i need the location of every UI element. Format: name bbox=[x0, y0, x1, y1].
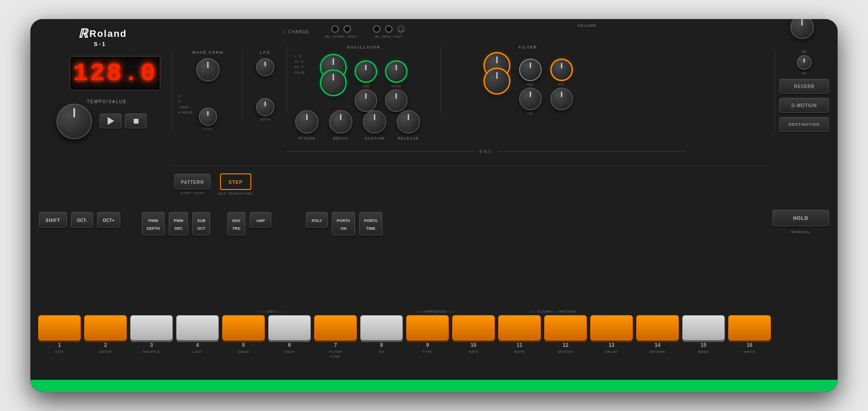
porta-on-button[interactable]: PORTA ON bbox=[332, 212, 355, 235]
step-btn-15[interactable] bbox=[682, 315, 725, 340]
stop-button[interactable] bbox=[125, 114, 147, 128]
osc-noise-label: NOISE bbox=[391, 85, 401, 88]
volume-knob[interactable] bbox=[790, 19, 814, 39]
destination-button[interactable]: DESTINATION bbox=[779, 117, 829, 132]
key-transpose-label: KEY TRANSPOSE bbox=[218, 192, 253, 196]
lfo-depth-knob[interactable] bbox=[256, 98, 274, 116]
step-btn-2[interactable] bbox=[84, 315, 127, 340]
tune-knob-container: TUNE bbox=[199, 108, 217, 130]
sync-jacks bbox=[331, 25, 351, 33]
osc-pitch-container bbox=[320, 54, 347, 112]
step-button[interactable]: STEP bbox=[220, 173, 252, 190]
tempo-knob[interactable] bbox=[56, 104, 92, 139]
step-label-9: TYPE bbox=[406, 350, 449, 359]
pwm-depth-btn-group: PWM DEPTH bbox=[142, 212, 165, 235]
step-label-15: MENU bbox=[682, 350, 725, 359]
pwm-src-label: PWM SRC bbox=[174, 219, 183, 231]
osc-sub-label: SUB bbox=[363, 85, 369, 88]
env-label-bar: ENV bbox=[286, 149, 686, 154]
sub-oct-button[interactable]: SUB OCT bbox=[192, 212, 210, 235]
step-number-6: 6 bbox=[268, 342, 311, 348]
env-line-right bbox=[498, 151, 686, 152]
shift-button[interactable]: SHIFT bbox=[39, 212, 67, 228]
filter-sub-knob[interactable] bbox=[550, 88, 573, 110]
synth-face: CHARGE IN—SYNC—OUT 🎧 IN—M bbox=[30, 19, 838, 380]
pwm-depth-button[interactable]: PWM DEPTH bbox=[142, 212, 165, 235]
release-knob[interactable] bbox=[397, 110, 420, 134]
osc-noise-knob[interactable] bbox=[385, 60, 408, 83]
step-number-2: 2 bbox=[84, 342, 127, 348]
sync-jack-in bbox=[331, 25, 339, 33]
step-btn-3[interactable] bbox=[130, 315, 173, 340]
waveform-section: WAVE FORM TUNE ∿ ⊓ ~ RND ≋ NOISE bbox=[171, 50, 239, 130]
headphone-jack: 🎧 bbox=[397, 25, 405, 33]
porta-time-button[interactable]: PORTA TIME bbox=[359, 212, 382, 235]
env-right-knob[interactable] bbox=[797, 55, 812, 70]
step-label-2: ENTER bbox=[84, 350, 127, 359]
decay-knob[interactable] bbox=[329, 110, 352, 134]
model-name: S-1 bbox=[94, 41, 127, 47]
step-btn-16[interactable] bbox=[728, 315, 771, 340]
step-btn-11[interactable] bbox=[498, 315, 541, 340]
env-trg-button[interactable]: ENV TRG bbox=[227, 212, 245, 235]
r-logo-icon: ℝ bbox=[78, 28, 88, 40]
oct-plus-button[interactable]: OCT+ bbox=[97, 212, 120, 228]
step-label: STEP bbox=[229, 179, 243, 185]
tune-knob[interactable] bbox=[199, 108, 217, 126]
step-btn-13[interactable] bbox=[590, 315, 633, 340]
oct-minus-button[interactable]: OCT- bbox=[71, 212, 93, 228]
osc-pitch-knob2[interactable] bbox=[320, 69, 347, 96]
lfo-rate-knob[interactable] bbox=[256, 58, 274, 76]
step-btn-12[interactable] bbox=[544, 315, 587, 340]
reverb-button[interactable]: REVERB bbox=[779, 79, 829, 94]
porta-time-label: PORTA TIME bbox=[364, 219, 378, 231]
osc-sub2-knob[interactable] bbox=[355, 89, 377, 112]
porta-time-btn-group: PORTA TIME bbox=[359, 212, 382, 235]
poly-button[interactable]: POLY bbox=[306, 212, 328, 228]
step-buttons-section: ——OSC—— ——ARPEGGIO—— ——CLEAR——MOTION 123… bbox=[38, 310, 830, 359]
attack-knob[interactable] bbox=[295, 110, 319, 134]
attack-label: ATTACK bbox=[298, 136, 316, 140]
roland-logo: ℝ Roland bbox=[78, 28, 127, 40]
osc-sub-knob[interactable] bbox=[355, 60, 377, 83]
step-btn-7[interactable] bbox=[314, 315, 357, 340]
top-connections: CHARGE IN—SYNC—OUT 🎧 IN—M bbox=[282, 25, 405, 39]
step-label-6: CHOP bbox=[268, 350, 311, 359]
release-label: RELEASE bbox=[398, 136, 419, 140]
step-number-12: 12 bbox=[544, 342, 587, 348]
hold-label: HOLD bbox=[793, 215, 808, 221]
pwm-src-button[interactable]: PWM SRC bbox=[169, 212, 188, 235]
step-btn-6[interactable] bbox=[268, 315, 311, 340]
amp-label: AMP bbox=[256, 219, 265, 223]
sub-oct-btn-group: SUB OCT bbox=[192, 212, 210, 235]
arpeggio-group-label: ——ARPEGGIO—— bbox=[367, 310, 504, 313]
step-btn-4[interactable] bbox=[176, 315, 219, 340]
osc-noise2-knob[interactable] bbox=[385, 89, 408, 112]
filter-env-container: ENV bbox=[550, 59, 573, 115]
step-btn-9[interactable] bbox=[406, 315, 449, 340]
hold-button[interactable]: HOLD bbox=[773, 210, 829, 226]
charge-label: CHARGE bbox=[288, 29, 309, 34]
lfo-knob-container bbox=[247, 58, 283, 76]
res-knob[interactable] bbox=[519, 59, 542, 81]
waveform-knob[interactable] bbox=[196, 58, 220, 82]
release-container: RELEASE bbox=[397, 110, 420, 140]
step-label-12: MOTION bbox=[544, 350, 587, 359]
step-btn-10[interactable] bbox=[452, 315, 495, 340]
dmotion-button[interactable]: D-MOTION bbox=[779, 98, 829, 113]
osc-section: OSCILLATOR 1' 8' 32' 4' 64' 2' PULSE bbox=[286, 45, 436, 112]
play-button[interactable] bbox=[100, 114, 122, 128]
filter-env-knob[interactable] bbox=[550, 59, 573, 81]
pattern-button[interactable]: PATTERN bbox=[174, 174, 210, 189]
step-btn-1[interactable] bbox=[38, 315, 81, 340]
cutoff-knob2[interactable] bbox=[483, 68, 510, 95]
step-loop-label: STEP LOOP bbox=[181, 191, 204, 195]
step-btn-5[interactable] bbox=[222, 315, 265, 340]
filter-lfo-knob[interactable] bbox=[519, 88, 542, 110]
sustain-knob[interactable] bbox=[363, 110, 386, 134]
step-btn-14[interactable] bbox=[636, 315, 679, 340]
env-label: ENV bbox=[480, 149, 493, 154]
stop-icon bbox=[134, 119, 138, 124]
amp-button[interactable]: AMP bbox=[250, 212, 271, 228]
step-btn-8[interactable] bbox=[360, 315, 403, 340]
